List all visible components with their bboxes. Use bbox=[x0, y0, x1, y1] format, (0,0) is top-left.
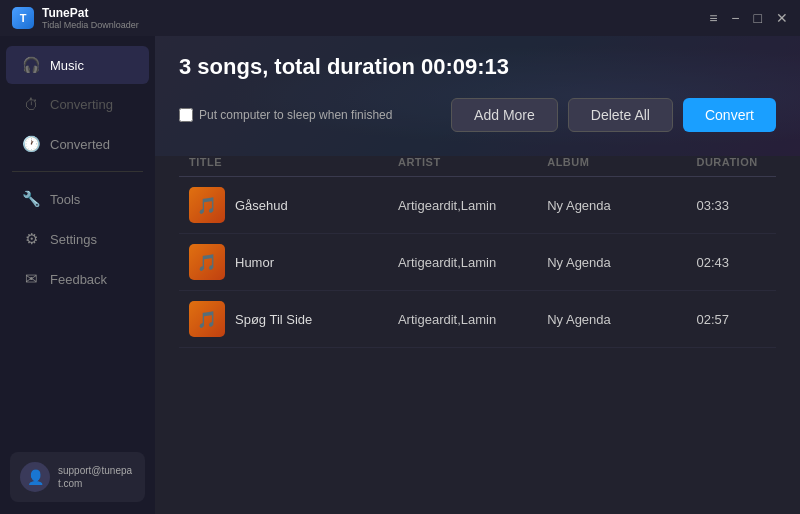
sidebar-item-converting: ⏱ Converting bbox=[6, 86, 149, 123]
sidebar-item-tools[interactable]: 🔧 Tools bbox=[6, 180, 149, 218]
sidebar-item-converted[interactable]: 🕐 Converted bbox=[6, 125, 149, 163]
sidebar-bottom: 👤 support@tunepat.com bbox=[0, 440, 155, 514]
table-row: 🎵 Humor Artigeardit,Lamin Ny Agenda 02:4… bbox=[179, 234, 776, 291]
songs-table: TITLE ARTIST ALBUM DURATION bbox=[179, 148, 776, 348]
toolbar: Put computer to sleep when finished Add … bbox=[179, 98, 776, 132]
user-card[interactable]: 👤 support@tunepat.com bbox=[10, 452, 145, 502]
titlebar-left: T TunePat Tidal Media Downloader bbox=[12, 6, 139, 30]
maximize-button[interactable]: □ bbox=[754, 11, 762, 25]
feedback-icon: ✉ bbox=[22, 270, 40, 288]
add-more-button[interactable]: Add More bbox=[451, 98, 558, 132]
nav-items: 🎧 Music ⏱ Converting 🕐 Converted 🔧 Tools… bbox=[0, 36, 155, 440]
user-email: support@tunepat.com bbox=[58, 464, 135, 490]
song-thumbnail: 🎵 bbox=[189, 187, 225, 223]
sidebar-item-feedback[interactable]: ✉ Feedback bbox=[6, 260, 149, 298]
music-icon: 🎧 bbox=[22, 56, 40, 74]
song-album: Ny Agenda bbox=[537, 177, 686, 234]
song-artist: Artigeardit,Lamin bbox=[388, 177, 537, 234]
songs-table-container: TITLE ARTIST ALBUM DURATION bbox=[179, 148, 776, 514]
close-button[interactable]: ✕ bbox=[776, 11, 788, 25]
col-header-title: TITLE bbox=[179, 148, 388, 177]
col-header-duration: DURATION bbox=[686, 148, 776, 177]
delete-all-button[interactable]: Delete All bbox=[568, 98, 673, 132]
app-subtitle: Tidal Media Downloader bbox=[42, 20, 139, 30]
song-thumbnail: 🎵 bbox=[189, 301, 225, 337]
app-name: TunePat bbox=[42, 6, 139, 20]
converted-icon: 🕐 bbox=[22, 135, 40, 153]
song-artist: Artigeardit,Lamin bbox=[388, 291, 537, 348]
sidebar-label-music: Music bbox=[50, 58, 84, 73]
content-inner: 3 songs, total duration 00:09:13 Put com… bbox=[155, 36, 800, 514]
song-title-cell: 🎵 Spøg Til Side bbox=[179, 291, 388, 348]
sidebar-label-feedback: Feedback bbox=[50, 272, 107, 287]
song-title: Gåsehud bbox=[235, 198, 288, 213]
titlebar-controls: ≡ − □ ✕ bbox=[709, 11, 788, 25]
song-title-cell: 🎵 Gåsehud bbox=[179, 177, 388, 234]
user-avatar: 👤 bbox=[20, 462, 50, 492]
converting-icon: ⏱ bbox=[22, 96, 40, 113]
convert-button[interactable]: Convert bbox=[683, 98, 776, 132]
page-title: 3 songs, total duration 00:09:13 bbox=[179, 54, 776, 80]
song-title-cell: 🎵 Humor bbox=[179, 234, 388, 291]
col-header-album: ALBUM bbox=[537, 148, 686, 177]
song-title: Humor bbox=[235, 255, 274, 270]
content-area: 3 songs, total duration 00:09:13 Put com… bbox=[155, 36, 800, 514]
minimize-button[interactable]: − bbox=[731, 11, 739, 25]
toolbar-buttons: Add More Delete All Convert bbox=[451, 98, 776, 132]
song-duration: 02:57 bbox=[686, 291, 776, 348]
sidebar-label-settings: Settings bbox=[50, 232, 97, 247]
table-header-row: TITLE ARTIST ALBUM DURATION bbox=[179, 148, 776, 177]
table-row: 🎵 Gåsehud Artigeardit,Lamin Ny Agenda 03… bbox=[179, 177, 776, 234]
song-artist: Artigeardit,Lamin bbox=[388, 234, 537, 291]
app-logo: T bbox=[12, 7, 34, 29]
sidebar: 🎧 Music ⏱ Converting 🕐 Converted 🔧 Tools… bbox=[0, 36, 155, 514]
main-layout: 🎧 Music ⏱ Converting 🕐 Converted 🔧 Tools… bbox=[0, 36, 800, 514]
sidebar-label-converting: Converting bbox=[50, 97, 113, 112]
song-thumbnail: 🎵 bbox=[189, 244, 225, 280]
song-album: Ny Agenda bbox=[537, 291, 686, 348]
table-row: 🎵 Spøg Til Side Artigeardit,Lamin Ny Age… bbox=[179, 291, 776, 348]
song-album: Ny Agenda bbox=[537, 234, 686, 291]
song-title: Spøg Til Side bbox=[235, 312, 312, 327]
sidebar-label-tools: Tools bbox=[50, 192, 80, 207]
titlebar: T TunePat Tidal Media Downloader ≡ − □ ✕ bbox=[0, 0, 800, 36]
col-header-artist: ARTIST bbox=[388, 148, 537, 177]
titlebar-text: TunePat Tidal Media Downloader bbox=[42, 6, 139, 30]
song-duration: 03:33 bbox=[686, 177, 776, 234]
tools-icon: 🔧 bbox=[22, 190, 40, 208]
song-duration: 02:43 bbox=[686, 234, 776, 291]
sidebar-item-settings[interactable]: ⚙ Settings bbox=[6, 220, 149, 258]
sidebar-label-converted: Converted bbox=[50, 137, 110, 152]
settings-icon: ⚙ bbox=[22, 230, 40, 248]
sleep-label-text: Put computer to sleep when finished bbox=[199, 108, 392, 122]
sleep-checkbox-input[interactable] bbox=[179, 108, 193, 122]
sleep-checkbox-label[interactable]: Put computer to sleep when finished bbox=[179, 108, 392, 122]
menu-button[interactable]: ≡ bbox=[709, 11, 717, 25]
sidebar-item-music[interactable]: 🎧 Music bbox=[6, 46, 149, 84]
